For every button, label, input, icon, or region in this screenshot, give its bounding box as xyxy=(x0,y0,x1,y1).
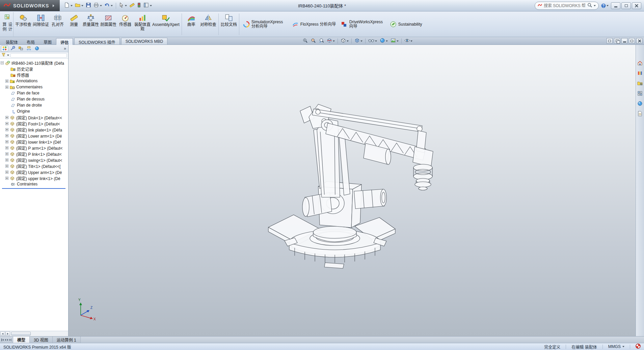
ribbon-button-curvature[interactable]: 曲率 xyxy=(183,12,199,36)
ribbon-button-floxpress[interactable]: FloXpress 分析向导 xyxy=(290,12,339,36)
tree-item-history[interactable]: 历史记录 xyxy=(1,66,68,72)
expand-icon[interactable] xyxy=(5,140,8,143)
tile-windows-button[interactable] xyxy=(614,38,620,43)
hide-show-items-button[interactable] xyxy=(368,37,378,45)
tab-layout[interactable]: 布局 xyxy=(22,38,39,45)
maximize-button[interactable] xyxy=(621,2,631,9)
restore-document-button[interactable] xyxy=(629,38,635,43)
tree-filter-input[interactable] xyxy=(10,53,67,58)
tab-display-manager[interactable] xyxy=(33,46,41,52)
search-options-icon[interactable] xyxy=(594,5,596,6)
tree-item-sensors[interactable]: 传感器 xyxy=(1,72,68,78)
dropdown-icon[interactable] xyxy=(347,40,349,42)
ribbon-button-sensor[interactable]: 传感器 xyxy=(117,12,133,36)
apply-scene-button[interactable] xyxy=(390,37,399,45)
ribbon-button-mass-properties[interactable]: 质量属性 xyxy=(82,12,100,36)
tree-item-comments[interactable]: Commentaires xyxy=(1,84,68,90)
tab-solidworks-addins[interactable]: SOLIDWORKS 插件 xyxy=(74,38,120,45)
quick-tips-icon[interactable] xyxy=(636,344,641,350)
first-tab-button[interactable] xyxy=(1,339,4,341)
previous-tab-button[interactable] xyxy=(5,339,6,341)
tree-item-upper-arm[interactable]: (固定) Upper arm<1> (Dé xyxy=(1,169,68,175)
tree-item-p-link[interactable]: (固定) P link<1> (Défaut< xyxy=(1,151,68,157)
tree-item-disk[interactable]: (固定) Disk<1> (Défaut<< xyxy=(1,114,68,120)
tab-dimxpert-manager[interactable] xyxy=(25,46,32,52)
tree-item-plan-de-face[interactable]: Plan de face xyxy=(1,90,68,96)
ribbon-button-assemblyxpert[interactable]: AssemblyXpert xyxy=(152,12,180,36)
custom-properties-tab[interactable] xyxy=(637,110,643,117)
ribbon-button-assembly-visualization[interactable]: 装配体直观 xyxy=(133,12,152,36)
expand-icon[interactable] xyxy=(5,134,8,137)
edit-appearance-button[interactable] xyxy=(379,37,388,45)
print-button[interactable] xyxy=(92,1,103,10)
robot-3d-model[interactable] xyxy=(69,45,636,336)
appearances-scenes-tab[interactable] xyxy=(637,100,643,107)
tree-item-plan-de-dessus[interactable]: Plan de dessus xyxy=(1,96,68,102)
tab-assembly[interactable]: 装配体 xyxy=(1,38,22,45)
ribbon-button-compare-documents[interactable]: 比较文档 xyxy=(220,12,238,36)
next-tab-button[interactable] xyxy=(7,339,8,341)
tab-feature-tree[interactable] xyxy=(1,46,8,52)
save-button[interactable] xyxy=(85,1,92,10)
scrollbar-thumb[interactable] xyxy=(11,332,31,336)
expand-icon[interactable] xyxy=(5,165,8,168)
measure-quick-button[interactable] xyxy=(128,1,136,10)
dropdown-icon[interactable] xyxy=(333,40,335,42)
tree-item-annotations[interactable]: Annotations xyxy=(1,78,68,84)
select-button[interactable] xyxy=(118,1,128,10)
expand-icon[interactable] xyxy=(5,80,8,83)
open-button[interactable] xyxy=(74,1,84,10)
search-input[interactable] xyxy=(544,3,586,8)
expand-icon[interactable] xyxy=(5,116,8,119)
zoom-to-fit-button[interactable] xyxy=(302,37,308,45)
undo-button[interactable] xyxy=(103,1,114,10)
last-tab-button[interactable] xyxy=(9,339,12,341)
dropdown-icon[interactable] xyxy=(397,40,399,42)
new-document-button[interactable] xyxy=(63,1,74,10)
tree-item-link-plate[interactable]: (固定) link plate<1> (Défa xyxy=(1,126,68,133)
toolbar-options-button[interactable] xyxy=(142,1,153,10)
ribbon-button-sustainability[interactable]: Sustainability xyxy=(387,12,425,36)
zoom-to-area-button[interactable] xyxy=(310,37,317,45)
file-explorer-tab[interactable] xyxy=(637,80,643,87)
units-selector[interactable]: MMGS xyxy=(608,344,624,349)
close-button[interactable] xyxy=(632,2,641,9)
ribbon-button-hole-alignment[interactable]: 孔对齐 xyxy=(50,12,66,36)
expand-icon[interactable] xyxy=(5,171,8,174)
ribbon-button-symmetry-check[interactable]: 对称检查 xyxy=(199,12,217,36)
dropdown-icon[interactable] xyxy=(386,40,388,42)
tree-item-tilt[interactable]: (固定) Tilt<1> (Défaut<<[ xyxy=(1,163,68,169)
ribbon-button-simulationxpress[interactable]: SimulationXpress 分析向导 xyxy=(241,12,290,36)
view-palette-tab[interactable] xyxy=(637,90,643,97)
expand-icon[interactable] xyxy=(5,158,8,162)
tree-item-foot[interactable]: (固定) Foot<1> (Défaut< xyxy=(1,120,68,126)
expand-icon[interactable] xyxy=(5,128,8,131)
view-settings-button[interactable] xyxy=(404,37,413,45)
ribbon-button-measure[interactable]: 测量 xyxy=(66,12,82,36)
design-study-button[interactable]: 设计算例 xyxy=(1,12,14,36)
scroll-right-button[interactable] xyxy=(5,331,10,336)
search-icon[interactable] xyxy=(587,3,592,8)
previous-view-button[interactable] xyxy=(318,37,325,45)
tab-3d-views[interactable]: 3D 视图 xyxy=(30,337,53,343)
expand-icon[interactable] xyxy=(5,177,8,180)
ribbon-button-section-properties[interactable]: 剖面属性 xyxy=(100,12,117,36)
help-dropdown-icon[interactable] xyxy=(607,5,609,6)
close-document-button[interactable] xyxy=(636,38,642,43)
tab-motion-study-1[interactable]: 运动算例 1 xyxy=(53,337,81,343)
help-button[interactable] xyxy=(601,3,609,8)
section-view-button[interactable] xyxy=(326,37,336,45)
filter-dropdown-icon[interactable] xyxy=(7,55,9,56)
dropdown-icon[interactable] xyxy=(410,40,412,42)
dropdown-icon[interactable] xyxy=(375,40,377,42)
menu-expand-icon[interactable] xyxy=(53,4,54,7)
minimize-button[interactable] xyxy=(611,2,620,9)
tree-item-p-arm[interactable]: (固定) P arm<1> (Défaut< xyxy=(1,145,68,151)
tree-item-mates[interactable]: Contraintes xyxy=(1,181,68,187)
tree-item-lower-arm[interactable]: (固定) Lower arm<1> (Dé xyxy=(1,133,68,139)
chevron-right-icon[interactable]: » xyxy=(64,46,67,51)
tab-property-manager[interactable] xyxy=(9,46,16,52)
tree-item-lower-link[interactable]: (固定) lower link<1> (Déf xyxy=(1,139,68,145)
tab-model[interactable]: 模型 xyxy=(13,337,30,343)
tab-sketch[interactable]: 草图 xyxy=(39,38,56,45)
